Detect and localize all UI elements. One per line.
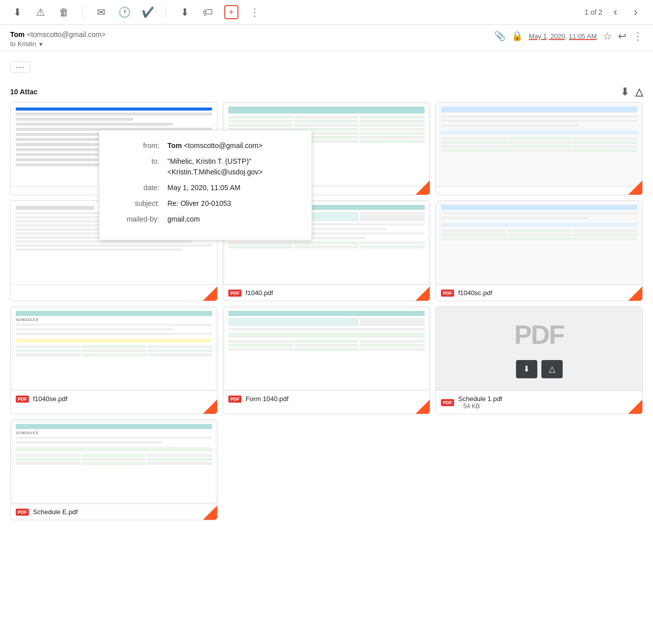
- snooze-icon[interactable]: 🕐: [117, 5, 131, 19]
- form-row: [441, 237, 637, 240]
- mailed-by-value: gmail.com: [167, 214, 200, 225]
- chevron-down-icon[interactable]: ▼: [38, 41, 44, 47]
- from-value: Tom <tomscotto@gmail.com>: [167, 140, 262, 151]
- form-line: [16, 437, 212, 439]
- reply-icon[interactable]: ↩: [618, 30, 627, 42]
- date-label: date:: [114, 183, 159, 193]
- expand-dots[interactable]: ···: [10, 61, 30, 73]
- to-label: to:: [114, 156, 159, 177]
- attachment-actions: ⬇ △: [621, 86, 643, 98]
- form-thumbnail-schedule-e: SCHEDULE E: [13, 422, 215, 502]
- subject-value: Re: Oliver 20-01053: [167, 198, 231, 209]
- row3-attachments: SCHEDULE E PDF f1040se.pdf: [10, 306, 643, 414]
- header-right: 📎 🔒 May 1, 2020, 11:05 AM ☆ ↩ ⋮: [494, 30, 643, 42]
- save-to-icon[interactable]: ⬇: [178, 5, 192, 19]
- attachment-name-form1040-19: Form 1040.pdf: [246, 395, 425, 403]
- attachment-card-schedule-e[interactable]: SCHEDULE E PDF Schedule E.pdf: [10, 419, 218, 520]
- form-row: [228, 124, 425, 127]
- pagination-text: 1 of 2: [585, 8, 602, 16]
- form-line: [16, 333, 212, 335]
- doc-line: [16, 108, 212, 111]
- form-row: [441, 233, 637, 236]
- form-row: [228, 340, 425, 343]
- sender-email: <tomscotto@gmail.com>: [27, 30, 106, 39]
- row4-attachments: SCHEDULE E PDF Schedule E.pdf: [10, 419, 643, 520]
- save-all-to-drive-icon[interactable]: △: [635, 86, 643, 98]
- form-thumbnail-right: [438, 104, 640, 184]
- date-underlined: May 1, 2020,: [529, 32, 567, 40]
- label-icon[interactable]: 🏷: [201, 5, 215, 19]
- to-label: to: [10, 40, 16, 48]
- doc-line: [16, 113, 212, 116]
- more-options-icon[interactable]: ⋮: [248, 5, 262, 19]
- attachment-preview-form1040-19: [223, 307, 430, 390]
- tooltip-date-row: date: May 1, 2020, 11:05 AM: [114, 183, 297, 193]
- form-row: [441, 149, 637, 152]
- corner-fold: [203, 400, 217, 414]
- spam-icon[interactable]: ⚠: [33, 5, 48, 19]
- tooltip-from-row: from: Tom <tomscotto@gmail.com>: [114, 140, 297, 151]
- download-attachment-button[interactable]: ⬇: [516, 360, 537, 378]
- confidential-icon: 🔒: [511, 30, 523, 42]
- letter-line: [16, 206, 94, 210]
- star-icon[interactable]: ☆: [603, 30, 612, 42]
- attachment-card-f1040sc[interactable]: PDF f1040sc.pdf: [435, 200, 643, 301]
- pagination: 1 of 2 ‹ ›: [585, 5, 643, 19]
- attachment-card-form-right[interactable]: [435, 102, 643, 195]
- form-thumbnail-f1040sc: [438, 203, 640, 282]
- add-label-button[interactable]: +: [224, 5, 238, 19]
- archive-icon[interactable]: ⬇: [10, 5, 24, 19]
- attachment-action-buttons: ⬇ △: [516, 360, 563, 378]
- move-to-icon[interactable]: ✉: [94, 5, 108, 19]
- letter-line: [16, 244, 212, 247]
- sender-name: Tom: [10, 30, 25, 39]
- recipient-name: Kristin: [18, 40, 36, 48]
- form-section: [16, 339, 212, 343]
- form-row: [16, 349, 212, 352]
- subject-label: subject:: [114, 198, 159, 209]
- delete-icon[interactable]: 🗑: [57, 5, 71, 19]
- from-email: <tomscotto@gmail.com>: [184, 141, 262, 150]
- form-row: [228, 116, 425, 119]
- form-row: [228, 120, 425, 123]
- pdf-badge: PDF: [16, 509, 29, 516]
- next-email-icon[interactable]: ›: [629, 5, 643, 19]
- mark-done-icon[interactable]: ✔️: [141, 5, 155, 19]
- attachment-footer-f1040: PDF f1040.pdf: [223, 284, 430, 301]
- email-content: ··· from: Tom <tomscotto@gmail.com> to: …: [0, 51, 653, 530]
- download-all-icon[interactable]: ⬇: [621, 86, 629, 98]
- attachments-count: 10 Attac: [10, 88, 38, 96]
- attachment-name-f1040: f1040.pdf: [246, 289, 425, 297]
- from-label: from:: [114, 140, 159, 151]
- form-header: [228, 106, 425, 114]
- form-line: [441, 120, 637, 122]
- toolbar-divider-1: [82, 6, 83, 18]
- corner-fold: [203, 287, 217, 301]
- sender-line: Tom <tomscotto@gmail.com>: [10, 30, 489, 39]
- to-value: "Mihelic, Kristin T. (USTP)" <Kristin.T.…: [167, 156, 263, 177]
- schedule1-content: PDF ⬇ △: [514, 307, 564, 390]
- schedule-e-label: SCHEDULE E: [16, 431, 212, 435]
- form-section: [441, 130, 637, 134]
- pdf-badge: PDF: [441, 290, 454, 297]
- letter-line: [16, 248, 183, 251]
- attachment-card-schedule1[interactable]: PDF ⬇ △ PDF Schedule 1.pdf 54 KB: [435, 306, 643, 414]
- form-section: [441, 223, 637, 227]
- form-header: [441, 106, 637, 113]
- attachment-footer-form1040-19: PDF Form 1040.pdf: [223, 390, 430, 407]
- form-row: [228, 241, 425, 244]
- save-to-drive-button[interactable]: △: [541, 360, 563, 378]
- attachment-card-form1040-19[interactable]: PDF Form 1040.pdf: [223, 306, 430, 414]
- prev-email-icon[interactable]: ‹: [608, 5, 623, 19]
- doc-line: [16, 118, 133, 121]
- form-header: [228, 311, 425, 316]
- date-value: May 1, 2020, 11:05 AM: [167, 183, 240, 193]
- form-line: [16, 328, 173, 331]
- email-more-icon[interactable]: ⋮: [633, 30, 643, 42]
- corner-fold: [628, 400, 642, 414]
- form-header: [441, 205, 637, 210]
- email-header: Tom <tomscotto@gmail.com> to Kristin ▼ 📎…: [0, 25, 653, 51]
- attachments-label: 10 Attac: [10, 88, 38, 96]
- attachment-card-f1040se[interactable]: SCHEDULE E PDF f1040se.pdf: [10, 306, 218, 414]
- time-text: 11:05 AM: [569, 32, 597, 40]
